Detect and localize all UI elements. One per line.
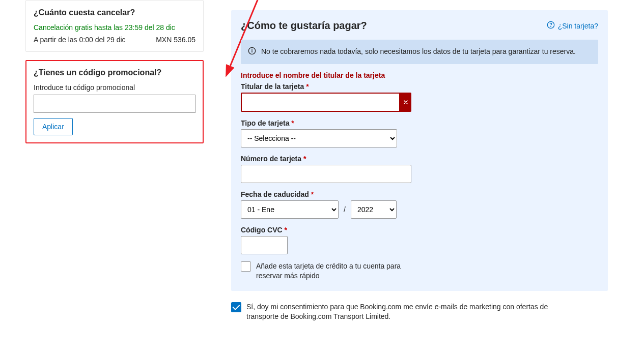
payment-panel: ¿Cómo te gustaría pagar? ¿Sin tarjeta? N…: [231, 10, 608, 291]
payment-info-box: No te cobraremos nada todavía, solo nece…: [241, 40, 598, 64]
no-card-label: ¿Sin tarjeta?: [558, 22, 598, 30]
fee-from-text: A partir de las 0:00 del 29 dic: [34, 36, 126, 44]
save-card-checkbox[interactable]: [241, 261, 251, 272]
promo-code-input[interactable]: [34, 95, 195, 113]
expiry-month-select[interactable]: 01 - Ene: [241, 200, 339, 219]
svg-point-5: [252, 49, 253, 49]
card-number-input[interactable]: [241, 165, 411, 183]
expiry-year-select[interactable]: 2022: [351, 200, 397, 219]
cancel-cost-title: ¿Cuánto cuesta cancelar?: [34, 8, 195, 17]
help-icon: [547, 21, 555, 31]
expiry-label: Fecha de caducidad *: [241, 190, 598, 198]
apply-promo-button[interactable]: Aplicar: [34, 118, 73, 135]
card-type-select[interactable]: -- Selecciona --: [241, 129, 397, 147]
promo-input-label: Introduce tu código promocional: [34, 83, 195, 92]
free-cancel-text: Cancelación gratis hasta las 23:59 del 2…: [34, 23, 195, 32]
marketing-consent-label: Sí, doy mi consentimiento para que Booki…: [246, 302, 572, 322]
payment-title: ¿Cómo te gustaría pagar?: [241, 20, 367, 32]
cvc-input[interactable]: [241, 236, 288, 254]
expiry-separator: /: [344, 205, 346, 214]
input-error-icon: [400, 93, 411, 112]
cardholder-error-msg: Introduce el nombre del titular de la ta…: [241, 71, 598, 79]
promo-title: ¿Tienes un código promocional?: [34, 68, 195, 77]
marketing-consent-checkbox[interactable]: [231, 302, 241, 312]
fee-amount: MXN 536.05: [156, 36, 195, 44]
card-type-label: Tipo de tarjeta *: [241, 119, 598, 127]
cardholder-input[interactable]: [241, 93, 400, 112]
promo-code-card: ¿Tienes un código promocional? Introduce…: [25, 60, 204, 143]
cvc-label: Código CVC *: [241, 226, 598, 234]
no-card-link[interactable]: ¿Sin tarjeta?: [547, 21, 598, 31]
card-number-label: Número de tarjeta *: [241, 155, 598, 163]
cancel-cost-card: ¿Cuánto cuesta cancelar? Cancelación gra…: [25, 0, 204, 52]
payment-info-text: No te cobraremos nada todavía, solo nece…: [261, 47, 576, 55]
cardholder-label: Titular de la tarjeta *: [241, 82, 598, 91]
save-card-label: Añade esta tarjeta de crédito a tu cuent…: [256, 261, 419, 281]
info-icon: [248, 47, 256, 55]
svg-point-2: [550, 26, 551, 27]
